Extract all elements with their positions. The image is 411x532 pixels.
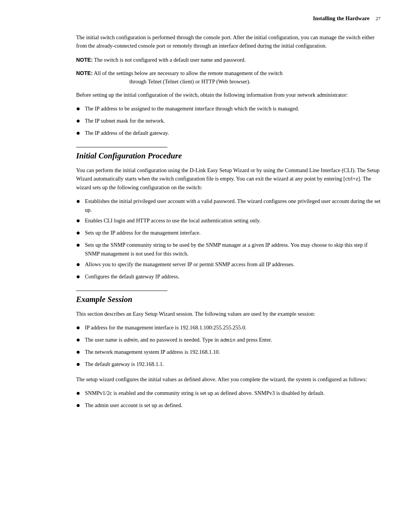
section1-paragraph: You can perform the initial configuratio… bbox=[76, 166, 381, 192]
before-text: Before setting up the initial configurat… bbox=[76, 91, 381, 99]
bullet-icon: ● bbox=[76, 259, 80, 270]
list-item: ● The admin user account is set up as de… bbox=[76, 401, 381, 411]
list-item: ● Sets up the SNMP community string to b… bbox=[76, 241, 381, 258]
note1-label: NOTE: bbox=[76, 57, 93, 63]
section2-paragraph2: The setup wizard configures the initial … bbox=[76, 375, 381, 383]
list-item: ● The default gateway is 192.168.1.1. bbox=[76, 360, 381, 370]
bullet-text: SNMPv1/2c is enabled and the community s… bbox=[85, 389, 381, 397]
section2-divider bbox=[76, 291, 167, 291]
bullet-icon: ● bbox=[76, 128, 80, 139]
bullet-text: Establishes the initial privileged user … bbox=[85, 197, 381, 214]
bullet-text: Sets up the SNMP community string to be … bbox=[85, 241, 381, 258]
bullet-text: The user name is admin, and no password … bbox=[85, 335, 381, 345]
list-item: ● SNMPv1/2c is enabled and the community… bbox=[76, 389, 381, 399]
list-item: ● Enables CLI login and HTTP access to u… bbox=[76, 216, 381, 226]
page: Installing the Hardware 27 The initial s… bbox=[0, 0, 411, 532]
section1-divider bbox=[76, 147, 167, 147]
list-item: ● The IP address to be assigned to the m… bbox=[76, 104, 381, 114]
list-item: ● The IP subnet mask for the network. bbox=[76, 117, 381, 126]
main-content: The initial switch configuration is perf… bbox=[30, 33, 381, 411]
bullet-icon: ● bbox=[76, 104, 80, 114]
note-1: NOTE: The switch is not configured with … bbox=[76, 56, 381, 64]
bullet-icon: ● bbox=[76, 388, 80, 399]
intro-paragraph: The initial switch configuration is perf… bbox=[76, 33, 381, 50]
list-item: ● Sets up the IP address for the managem… bbox=[76, 228, 381, 238]
list-item: ● IP address for the management interfac… bbox=[76, 323, 381, 333]
bullet-icon: ● bbox=[76, 240, 80, 251]
section1-bullet-list: ● Establishes the initial privileged use… bbox=[76, 197, 381, 282]
section1-heading: Initial Configuration Procedure bbox=[76, 151, 381, 161]
list-item: ● The network management system IP addre… bbox=[76, 348, 381, 358]
note2-text: All of the settings below are necessary … bbox=[94, 70, 282, 76]
bullet-text: Sets up the IP address for the managemen… bbox=[85, 228, 381, 237]
bullet-text: Configures the default gateway IP addres… bbox=[85, 272, 381, 281]
header-page-number: 27 bbox=[376, 16, 381, 22]
bullet-text: The IP address to be assigned to the man… bbox=[85, 104, 381, 113]
section2-bullet-list2: ● SNMPv1/2c is enabled and the community… bbox=[76, 389, 381, 411]
bullet-icon: ● bbox=[76, 359, 80, 370]
bullet-icon: ● bbox=[76, 272, 80, 282]
section2-paragraph1: This section describes an Easy Setup Wiz… bbox=[76, 310, 381, 318]
bullet-icon: ● bbox=[76, 228, 80, 238]
intro-bullet-list: ● The IP address to be assigned to the m… bbox=[76, 104, 381, 139]
bullet-icon: ● bbox=[76, 196, 80, 207]
bullet-text: The IP address of the default gateway. bbox=[85, 129, 381, 137]
bullet-text: Allows you to specify the management ser… bbox=[85, 260, 381, 268]
page-header: Installing the Hardware 27 bbox=[30, 15, 381, 22]
note-2: NOTE: All of the settings below are nece… bbox=[76, 69, 381, 86]
bullet-text: The IP subnet mask for the network. bbox=[85, 117, 381, 125]
list-item: ● Configures the default gateway IP addr… bbox=[76, 272, 381, 282]
section2-bullet-list1: ● IP address for the management interfac… bbox=[76, 323, 381, 370]
bullet-text: IP address for the management interface … bbox=[85, 323, 381, 332]
note2-label: NOTE: bbox=[76, 70, 93, 76]
bullet-text: The admin user account is set up as defi… bbox=[85, 401, 381, 409]
bullet-text: The default gateway is 192.168.1.1. bbox=[85, 360, 381, 368]
bullet-icon: ● bbox=[76, 116, 80, 126]
list-item: ● Establishes the initial privileged use… bbox=[76, 197, 381, 214]
header-section-title: Installing the Hardware bbox=[313, 15, 370, 22]
bullet-icon: ● bbox=[76, 323, 80, 333]
list-item: ● The user name is admin, and no passwor… bbox=[76, 335, 381, 345]
list-item: ● The IP address of the default gateway. bbox=[76, 129, 381, 139]
section2-heading: Example Session bbox=[76, 295, 381, 304]
note1-text: The switch is not configured with a defa… bbox=[94, 57, 246, 63]
bullet-text: The network management system IP address… bbox=[85, 348, 381, 356]
bullet-icon: ● bbox=[76, 335, 80, 345]
bullet-icon: ● bbox=[76, 400, 80, 411]
note2-indent-text: through Telnet (Telnet client) or HTTP (… bbox=[76, 77, 381, 86]
list-item: ● Allows you to specify the management s… bbox=[76, 260, 381, 270]
bullet-text: Enables CLI login and HTTP access to use… bbox=[85, 216, 381, 225]
bullet-icon: ● bbox=[76, 347, 80, 358]
bullet-icon: ● bbox=[76, 216, 80, 226]
